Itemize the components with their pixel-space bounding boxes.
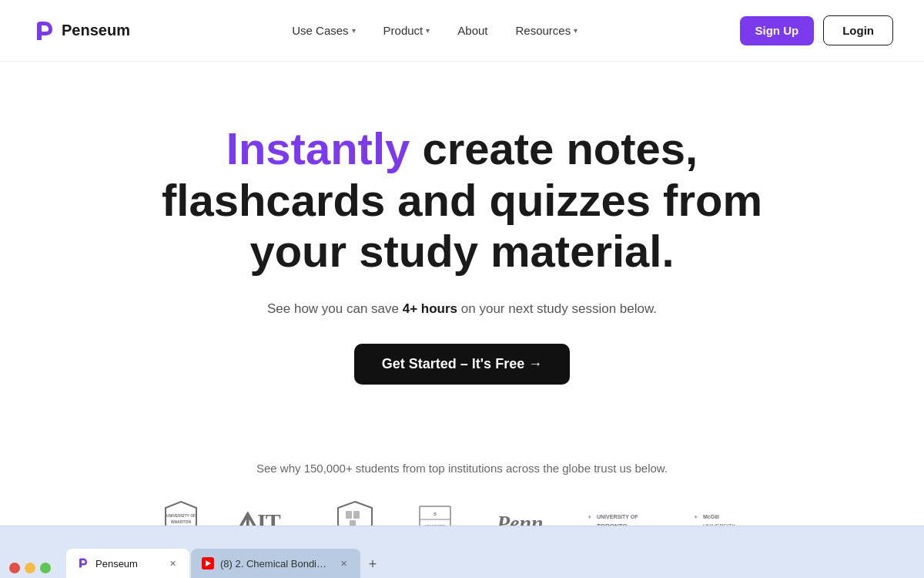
browser-taskbar: Penseum ✕ (8) 2. Chemical Bonding and ✕ …: [0, 526, 924, 570]
nav-label-resources: Resources: [516, 24, 571, 37]
new-tab-button[interactable]: +: [362, 553, 383, 570]
tab-title-penseum: Penseum: [95, 558, 160, 570]
youtube-favicon: [202, 557, 214, 570]
hero-section: Instantly create notes, flashcards and q…: [0, 62, 924, 462]
browser-tab-penseum[interactable]: Penseum ✕: [66, 549, 189, 570]
hero-heading: Instantly create notes, flashcards and q…: [162, 123, 762, 277]
maximize-traffic-light[interactable]: [40, 563, 51, 570]
svg-text:UNIVERSITY OF: UNIVERSITY OF: [597, 514, 638, 519]
svg-rect-5: [353, 511, 360, 519]
traffic-lights: [0, 563, 60, 570]
svg-text:McGill: McGill: [703, 514, 719, 519]
login-button[interactable]: Login: [823, 15, 893, 45]
cta-button[interactable]: Get Started – It's Free →: [354, 344, 570, 385]
navbar: Penseum Use Cases ▾ Product ▾ About Reso…: [0, 0, 924, 62]
penseum-favicon: [77, 557, 89, 570]
hero-highlight: Instantly: [226, 123, 410, 173]
logo-area: Penseum: [31, 18, 130, 43]
svg-rect-4: [346, 511, 352, 519]
svg-text:⚜: ⚜: [694, 515, 698, 519]
svg-text:WHARTON: WHARTON: [171, 519, 191, 524]
chevron-down-icon: ▾: [426, 26, 430, 35]
nav-label-product: Product: [383, 24, 424, 37]
nav-item-resources[interactable]: Resources ▾: [505, 18, 589, 43]
chevron-down-icon: ▾: [352, 26, 356, 35]
tab-close-penseum[interactable]: ✕: [166, 557, 179, 570]
nav-links: Use Cases ▾ Product ▾ About Resources ▾: [281, 18, 588, 43]
chevron-down-icon: ▾: [574, 26, 578, 35]
hero-subtext: See how you can save 4+ hours on your ne…: [267, 299, 657, 319]
tab-close-youtube[interactable]: ✕: [337, 557, 350, 570]
browser-tabs: Penseum ✕ (8) 2. Chemical Bonding and ✕ …: [60, 526, 390, 570]
nav-item-use-cases[interactable]: Use Cases ▾: [281, 18, 366, 43]
nav-label-about: About: [457, 24, 487, 37]
nav-actions: Sign Up Login: [740, 15, 894, 45]
close-traffic-light[interactable]: [9, 563, 20, 570]
nav-item-product[interactable]: Product ▾: [373, 18, 441, 43]
signup-button[interactable]: Sign Up: [740, 16, 815, 45]
svg-text:⚜: ⚜: [588, 515, 591, 519]
svg-text:S: S: [434, 512, 437, 516]
nav-item-about[interactable]: About: [447, 18, 498, 43]
minimize-traffic-light[interactable]: [25, 563, 35, 570]
penseum-logo-icon: [31, 18, 55, 43]
brand-name: Penseum: [62, 22, 130, 39]
trust-text: See why 150,000+ students from top insti…: [256, 462, 668, 475]
nav-label-use-cases: Use Cases: [292, 24, 348, 37]
browser-tab-youtube[interactable]: (8) 2. Chemical Bonding and ✕: [191, 549, 360, 570]
svg-text:UNIVERSITY OF: UNIVERSITY OF: [166, 513, 196, 518]
tab-title-youtube: (8) 2. Chemical Bonding and: [220, 558, 331, 570]
